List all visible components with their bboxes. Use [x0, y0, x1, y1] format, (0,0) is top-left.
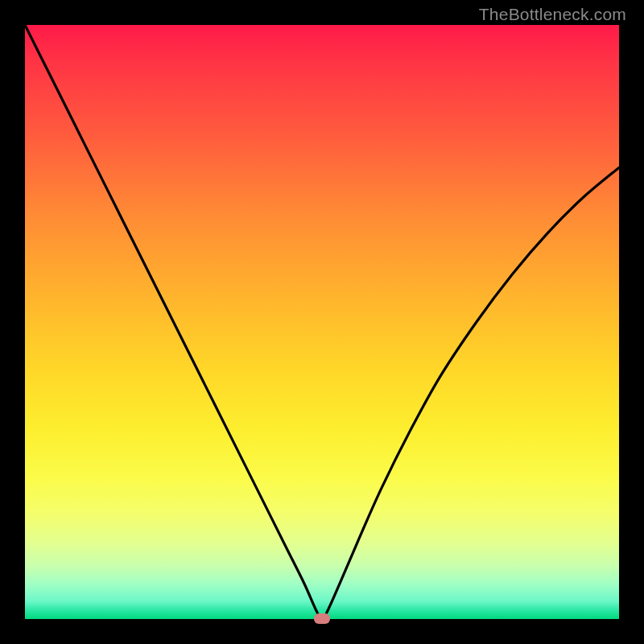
optimal-marker	[314, 613, 330, 624]
chart-frame: TheBottleneck.com	[0, 0, 644, 644]
bottleneck-curve	[25, 25, 619, 619]
attribution-text: TheBottleneck.com	[479, 5, 626, 24]
plot-area	[25, 25, 619, 619]
